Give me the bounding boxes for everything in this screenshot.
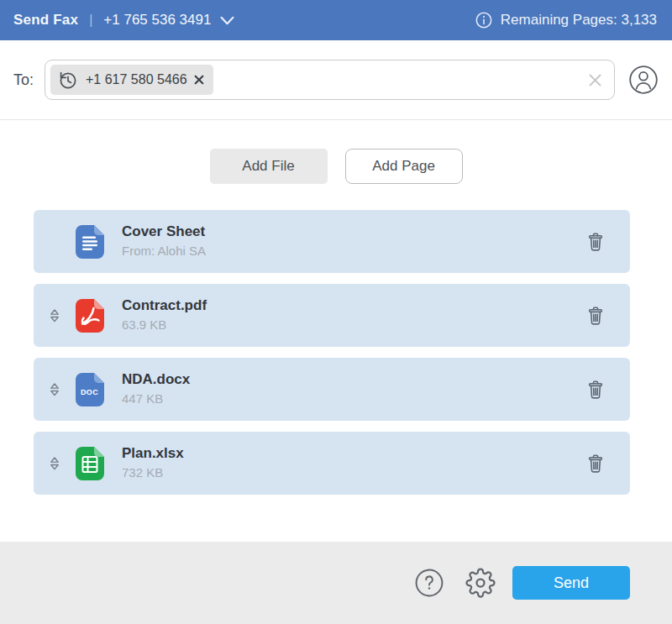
file-row: DOC Cover Sheet From: Alohi SA <box>34 210 630 273</box>
header-separator: | <box>89 13 92 28</box>
file-detail: 63.9 KB <box>122 318 207 333</box>
fax-number-label: +1 765 536 3491 <box>103 12 211 29</box>
delete-file-button[interactable] <box>585 231 606 252</box>
file-meta: Contract.pdf 63.9 KB <box>122 298 207 332</box>
file-name: Contract.pdf <box>122 298 207 314</box>
doc-badge-label: DOC <box>81 387 98 396</box>
remaining-pages-label: Remaining Pages: 3,133 <box>501 12 657 29</box>
file-type-icon: DOC <box>76 373 104 406</box>
file-type-icon: DOC <box>76 447 104 480</box>
file-type-icon: DOC <box>76 225 104 259</box>
gear-icon <box>465 568 496 598</box>
file-row: DOC Contract.pdf 63.9 KB <box>34 284 630 347</box>
fax-number-selector[interactable]: +1 765 536 3491 <box>103 12 235 29</box>
file-meta: Plan.xlsx 732 KB <box>122 446 184 480</box>
contacts-button[interactable] <box>628 65 659 95</box>
file-row: DOC Plan.xlsx 732 KB <box>34 432 630 495</box>
delete-file-button[interactable] <box>585 305 606 326</box>
cover-sheet-doc-icon <box>76 225 104 259</box>
history-icon <box>56 69 79 92</box>
delete-file-button[interactable] <box>585 379 606 400</box>
drag-sort-icon <box>45 454 64 473</box>
drag-handle[interactable] <box>34 233 76 251</box>
chip-number-label: +1 617 580 5466 <box>86 72 187 87</box>
recipient-input[interactable]: +1 617 580 5466 <box>45 60 615 100</box>
page-title: Send Fax <box>13 12 78 29</box>
file-list: DOC Cover Sheet From: Alohi SA <box>34 210 630 495</box>
add-file-button[interactable]: Add File <box>210 149 328 184</box>
recipient-section: To: +1 617 580 5466 <box>0 40 672 120</box>
file-meta: Cover Sheet From: Alohi SA <box>122 224 206 258</box>
file-detail: 447 KB <box>122 392 190 406</box>
chip-remove-x-icon[interactable] <box>194 75 204 85</box>
trash-icon <box>585 379 606 400</box>
drag-handle[interactable] <box>34 307 76 325</box>
file-row: DOC NDA.docx 447 KB <box>34 358 630 421</box>
add-page-button[interactable]: Add Page <box>345 149 463 184</box>
chevron-down-icon <box>219 15 235 26</box>
send-fax-app: Send Fax | +1 765 536 3491 Remaining Pag… <box>0 0 672 624</box>
footer-bar: Send <box>0 542 672 624</box>
file-name: NDA.docx <box>122 372 190 388</box>
to-label: To: <box>13 71 34 89</box>
pdf-file-icon <box>76 299 104 333</box>
remaining-pages: Remaining Pages: 3,133 <box>475 11 657 29</box>
send-button[interactable]: Send <box>512 566 630 600</box>
drag-sort-icon <box>45 380 64 399</box>
xlsx-file-icon <box>76 447 104 480</box>
file-type-icon: DOC <box>76 299 104 333</box>
settings-button[interactable] <box>465 568 496 598</box>
header-bar: Send Fax | +1 765 536 3491 Remaining Pag… <box>0 0 672 40</box>
info-circle-icon[interactable] <box>475 11 493 29</box>
file-name: Cover Sheet <box>122 224 206 240</box>
file-meta: NDA.docx 447 KB <box>122 372 190 406</box>
file-detail: 732 KB <box>122 466 184 480</box>
trash-icon <box>585 231 606 252</box>
attachment-actions: Add File Add Page <box>0 149 672 184</box>
drag-sort-icon <box>45 307 64 325</box>
trash-icon <box>585 453 606 474</box>
clear-input-x-icon[interactable] <box>588 73 602 87</box>
file-name: Plan.xlsx <box>122 446 184 462</box>
help-button[interactable] <box>415 569 444 597</box>
doc-file-icon: DOC <box>76 373 104 406</box>
drag-handle[interactable] <box>34 380 76 399</box>
recipient-chip: +1 617 580 5466 <box>50 65 213 95</box>
delete-file-button[interactable] <box>585 453 606 474</box>
drag-handle[interactable] <box>34 454 76 473</box>
help-circle-icon <box>415 569 444 597</box>
file-detail: From: Alohi SA <box>122 244 206 259</box>
trash-icon <box>585 305 606 326</box>
